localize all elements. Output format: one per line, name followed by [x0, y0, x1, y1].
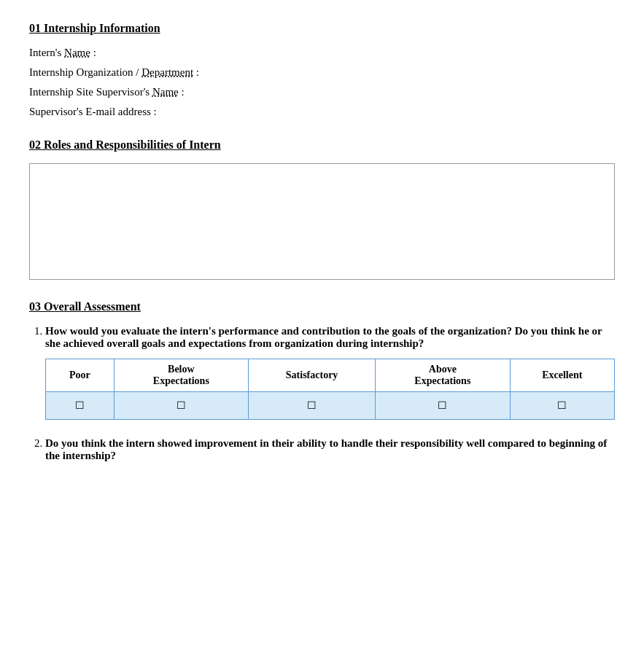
section-01-heading: 01 Internship Information [29, 22, 615, 35]
section-02-heading: 02 Roles and Responsibilities of Intern [29, 138, 615, 152]
checkbox-above-expectations[interactable]: ☐ [376, 392, 510, 420]
section-02: 02 Roles and Responsibilities of Intern [29, 138, 615, 280]
intern-name-field: Intern's Name : [29, 47, 615, 59]
department-label: Department [141, 66, 193, 78]
assessment-table-1: Poor BelowExpectations Satisfactory Abov… [45, 359, 615, 420]
question-2-text: Do you think the intern showed improveme… [45, 437, 615, 462]
section-01: 01 Internship Information Intern's Name … [29, 22, 615, 118]
section-03-heading: 03 Overall Assessment [29, 300, 615, 313]
section-03: 03 Overall Assessment How would you eval… [29, 300, 615, 462]
col-poor: Poor [46, 359, 115, 392]
name-label: Name [64, 47, 90, 58]
checkbox-below-expectations[interactable]: ☐ [114, 392, 248, 420]
question-2: Do you think the intern showed improveme… [45, 437, 615, 462]
email-field: Supervisor's E-mail address : [29, 106, 615, 118]
assessment-list: How would you evaluate the intern's perf… [29, 325, 615, 462]
checkbox-excellent[interactable]: ☐ [510, 392, 614, 420]
organization-field: Internship Organization / Department : [29, 66, 615, 79]
col-above-expectations: AboveExpectations [376, 359, 510, 392]
col-satisfactory: Satisfactory [249, 359, 376, 392]
col-below-expectations: BelowExpectations [114, 359, 248, 392]
question-1: How would you evaluate the intern's perf… [45, 325, 615, 420]
checkbox-poor[interactable]: ☐ [46, 392, 115, 420]
question-1-text: How would you evaluate the intern's perf… [45, 325, 615, 350]
col-excellent: Excellent [510, 359, 614, 392]
checkbox-satisfactory[interactable]: ☐ [249, 392, 376, 420]
supervisor-name-label: Name [152, 86, 179, 98]
supervisor-name-field: Internship Site Supervisor's Name : [29, 86, 615, 98]
roles-textarea[interactable] [29, 163, 615, 280]
